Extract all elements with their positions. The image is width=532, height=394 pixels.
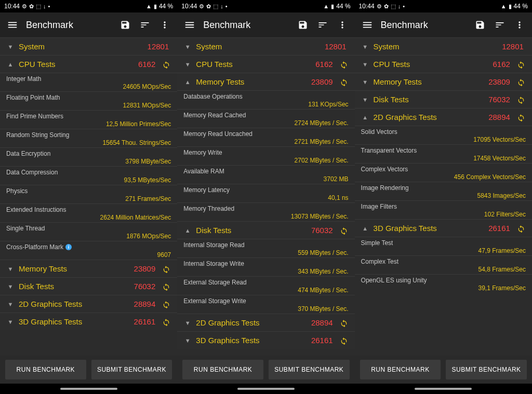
run-benchmark-button[interactable]: RUN BENCHMARK (182, 360, 263, 379)
category-label: System (374, 42, 498, 51)
result-label: Database Operations (183, 93, 348, 100)
category-label: System (19, 42, 143, 51)
status-time: 10:44 (359, 3, 375, 10)
category-label: Memory Tests (374, 77, 485, 86)
category-score: 12801 (325, 42, 347, 51)
category-cpu[interactable]: ▼CPU Tests6162 (177, 55, 354, 73)
retry-icon[interactable] (162, 282, 171, 291)
chevron-icon: ▲ (183, 227, 192, 234)
result-value: 39,1 Frames/Sec (361, 284, 526, 292)
filter-button[interactable] (494, 19, 506, 31)
category-gfx3d[interactable]: ▲3D Graphics Tests26161 (355, 219, 532, 237)
retry-icon[interactable] (339, 336, 349, 345)
category-score: 26161 (311, 336, 333, 345)
system-nav-bar[interactable] (177, 384, 354, 394)
category-system[interactable]: ▼System12801 (177, 37, 354, 55)
gear-icon: ⚙ (199, 4, 204, 9)
save-button[interactable] (474, 19, 486, 31)
result-row: Image Rendering5843 Images/Sec (355, 182, 532, 200)
status-battery: 44 % (159, 3, 173, 10)
result-label: Memory Write (183, 149, 348, 156)
more-button[interactable] (513, 19, 526, 31)
page-title: Benchmark (26, 20, 112, 31)
menu-button[interactable] (6, 19, 19, 31)
result-value: 3702 MB (183, 175, 348, 183)
category-system[interactable]: ▼System12801 (0, 37, 177, 55)
gear-icon: ⚙ (22, 4, 27, 9)
category-disk[interactable]: ▼Disk Tests76032 (0, 277, 177, 295)
result-row: Cross-Platform Mark i9607 (0, 241, 177, 260)
result-value: 370 MBytes / Sec. (183, 305, 348, 313)
system-nav-bar[interactable] (0, 384, 177, 394)
button-bar: RUN BENCHMARKSUBMIT BENCHMARK (355, 356, 532, 384)
system-nav-bar[interactable] (355, 384, 532, 394)
more-button[interactable] (336, 19, 349, 31)
toolbar: Benchmark (355, 12, 532, 37)
retry-icon[interactable] (516, 224, 526, 233)
results-list[interactable]: ▼System12801▼CPU Tests6162▼Memory Tests2… (355, 37, 532, 356)
category-gfx3d[interactable]: ▼3D Graphics Tests26161 (177, 331, 354, 349)
nav-pill[interactable] (237, 388, 295, 390)
menu-button[interactable] (183, 19, 196, 31)
category-memory[interactable]: ▼Memory Tests23809 (0, 260, 177, 277)
page-title: Benchmark (381, 20, 467, 31)
category-cpu[interactable]: ▲CPU Tests6162 (0, 55, 177, 73)
dot-icon: • (225, 4, 228, 9)
retry-icon[interactable] (516, 95, 526, 104)
retry-icon[interactable] (162, 60, 171, 69)
filter-button[interactable] (139, 19, 151, 31)
chevron-icon: ▲ (183, 79, 192, 85)
results-list[interactable]: ▼System12801▲CPU Tests6162Integer Math24… (0, 37, 177, 356)
menu-button[interactable] (361, 19, 374, 31)
submit-benchmark-button[interactable]: SUBMIT BENCHMARK (91, 360, 172, 379)
upload-icon: ⬚ (36, 4, 41, 9)
result-row: Complex Vectors456 Complex Vectors/Sec (355, 163, 532, 182)
category-memory[interactable]: ▲Memory Tests23809 (177, 73, 354, 90)
results-list[interactable]: ▼System12801▼CPU Tests6162▲Memory Tests2… (177, 37, 354, 356)
category-label: Disk Tests (196, 226, 307, 235)
retry-icon[interactable] (516, 60, 526, 69)
filter-button[interactable] (316, 19, 329, 31)
result-label: Integer Math (6, 75, 171, 83)
category-system[interactable]: ▼System12801 (355, 37, 532, 55)
retry-icon[interactable] (162, 264, 171, 274)
category-gfx2d[interactable]: ▼2D Graphics Tests28894 (177, 314, 354, 331)
more-button[interactable] (158, 19, 171, 31)
retry-icon[interactable] (516, 113, 526, 122)
category-cpu[interactable]: ▼CPU Tests6162 (355, 55, 532, 73)
retry-icon[interactable] (339, 77, 349, 87)
retry-icon[interactable] (162, 317, 171, 327)
result-label: Solid Vectors (361, 128, 526, 135)
status-time: 10:44 (4, 3, 20, 10)
result-label: Memory Latency (183, 186, 348, 194)
result-row: Floating Point Math12831 MOps/Sec (0, 91, 177, 110)
retry-icon[interactable] (339, 226, 349, 235)
category-label: 3D Graphics Tests (374, 224, 485, 233)
info-icon[interactable]: i (65, 244, 72, 250)
category-gfx2d[interactable]: ▼2D Graphics Tests28894 (0, 295, 177, 313)
category-label: System (196, 42, 321, 51)
category-gfx2d[interactable]: ▲2D Graphics Tests28894 (355, 108, 532, 126)
category-disk[interactable]: ▼Disk Tests76032 (355, 90, 532, 108)
category-score: 76032 (488, 95, 510, 104)
submit-benchmark-button[interactable]: SUBMIT BENCHMARK (269, 360, 350, 379)
run-benchmark-button[interactable]: RUN BENCHMARK (360, 360, 441, 379)
category-score: 76032 (311, 226, 333, 235)
category-memory[interactable]: ▼Memory Tests23809 (355, 73, 532, 90)
result-row: Memory Read Cached2724 MBytes / Sec. (177, 109, 354, 128)
run-benchmark-button[interactable]: RUN BENCHMARK (5, 360, 86, 379)
nav-pill[interactable] (415, 388, 472, 390)
save-button[interactable] (297, 19, 309, 31)
submit-benchmark-button[interactable]: SUBMIT BENCHMARK (446, 360, 527, 379)
retry-icon[interactable] (162, 300, 171, 309)
result-value: 12,5 Million Primes/Sec (6, 120, 171, 128)
retry-icon[interactable] (516, 77, 526, 87)
category-score: 28894 (134, 300, 156, 308)
nav-pill[interactable] (60, 388, 117, 390)
retry-icon[interactable] (339, 318, 349, 328)
retry-icon[interactable] (339, 60, 349, 69)
save-button[interactable] (119, 19, 131, 31)
category-gfx3d[interactable]: ▼3D Graphics Tests26161 (0, 313, 177, 330)
bug-icon: ✿ (384, 4, 389, 9)
category-disk[interactable]: ▲Disk Tests76032 (177, 221, 354, 239)
